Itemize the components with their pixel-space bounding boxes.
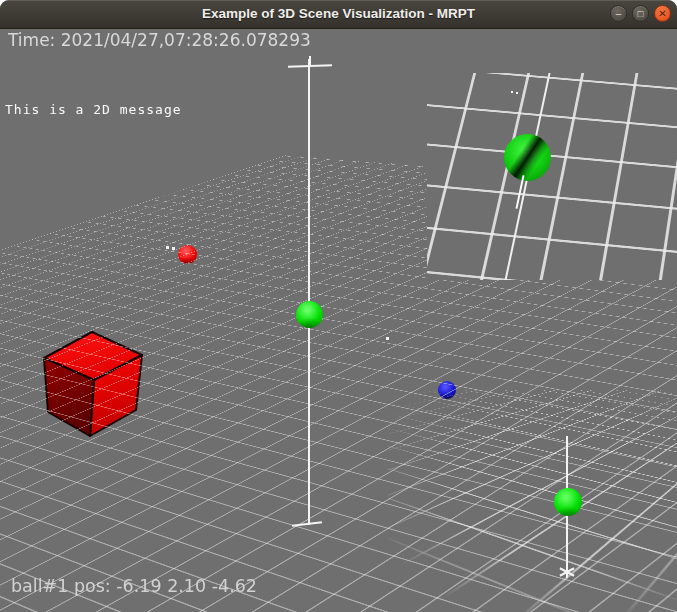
maximize-icon: □ [637, 8, 643, 18]
minimize-icon: – [616, 8, 622, 18]
app-window: Example of 3D Scene Visualization - MRPT… [0, 0, 677, 612]
inset-marker-dot [511, 91, 513, 93]
minimize-button[interactable]: – [610, 5, 627, 22]
close-icon: ✕ [658, 8, 666, 18]
window-title: Example of 3D Scene Visualization - MRPT [0, 0, 677, 28]
axis-main-top-tick [309, 56, 311, 66]
axis-line-main [308, 59, 310, 525]
inset-grid [427, 73, 677, 280]
distant-marker-dot [172, 247, 175, 250]
title-bar[interactable]: Example of 3D Scene Visualization - MRPT… [0, 0, 677, 29]
scene-viewport[interactable]: Time: 2021/04/27,07:28:26.078293 This is… [0, 28, 677, 612]
secondary-grid [388, 390, 677, 603]
inset-green-ball [504, 134, 551, 181]
distant-marker-dot [386, 337, 389, 340]
distant-marker-dot [166, 246, 169, 249]
secondary-grid-region [388, 390, 677, 612]
inset-marker-dot [516, 92, 518, 94]
maximize-button[interactable]: □ [632, 5, 649, 22]
message-2d-overlay-text: This is a 2D message [5, 102, 182, 117]
green-ball-main [296, 301, 323, 328]
inset-viewport[interactable] [427, 73, 677, 280]
window-controls: – □ ✕ [610, 5, 671, 22]
ball-position-overlay-text: ball#1 pos: -6.19 2.10 -4.62 [11, 576, 257, 596]
close-button[interactable]: ✕ [654, 5, 671, 22]
time-overlay-text: Time: 2021/04/27,07:28:26.078293 [8, 30, 311, 50]
green-ball-secondary [554, 488, 582, 516]
